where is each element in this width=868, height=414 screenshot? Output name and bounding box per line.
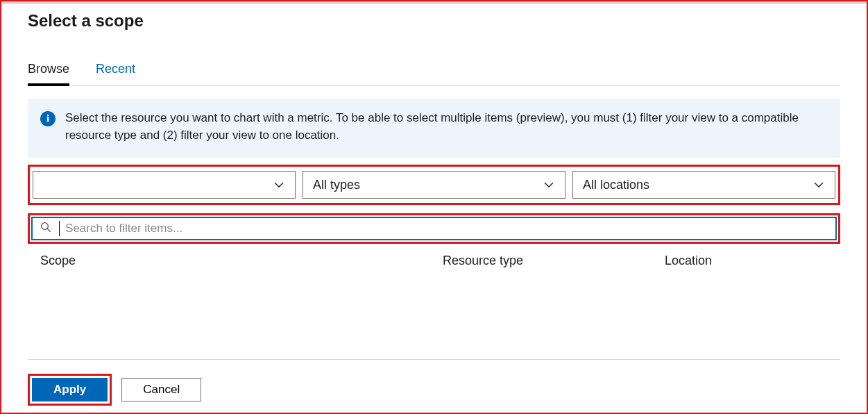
tab-recent[interactable]: Recent [96, 58, 135, 86]
search-box[interactable] [31, 217, 837, 240]
subscription-dropdown[interactable] [33, 171, 296, 199]
info-text: Select the resource you want to chart wi… [65, 110, 828, 144]
divider [28, 359, 840, 360]
filters-row: All types All locations [28, 165, 840, 205]
info-icon: i [40, 111, 56, 126]
footer: Apply Cancel [28, 359, 840, 406]
chevron-down-icon [273, 179, 285, 191]
search-input[interactable] [65, 222, 828, 235]
search-icon [40, 221, 52, 236]
svg-line-1 [47, 229, 51, 233]
info-banner: i Select the resource you want to chart … [28, 99, 840, 158]
column-scope: Scope [40, 254, 443, 268]
chevron-down-icon [812, 179, 825, 191]
tabs: Browse Recent [28, 57, 840, 86]
apply-callout: Apply [28, 374, 112, 406]
tab-browse[interactable]: Browse [28, 58, 69, 86]
page-title: Select a scope [28, 11, 840, 31]
column-location: Location [665, 254, 828, 268]
location-dropdown[interactable]: All locations [572, 171, 835, 199]
type-value: All types [313, 178, 360, 192]
chevron-down-icon [543, 179, 555, 191]
column-resource-type: Resource type [443, 254, 665, 268]
text-cursor [59, 221, 60, 236]
cancel-button[interactable]: Cancel [121, 378, 201, 401]
results-header: Scope Resource type Location [28, 254, 840, 268]
location-value: All locations [583, 178, 649, 192]
search-wrapper [28, 213, 840, 244]
type-dropdown[interactable]: All types [303, 171, 565, 199]
apply-button[interactable]: Apply [32, 378, 108, 401]
svg-point-0 [42, 223, 49, 230]
